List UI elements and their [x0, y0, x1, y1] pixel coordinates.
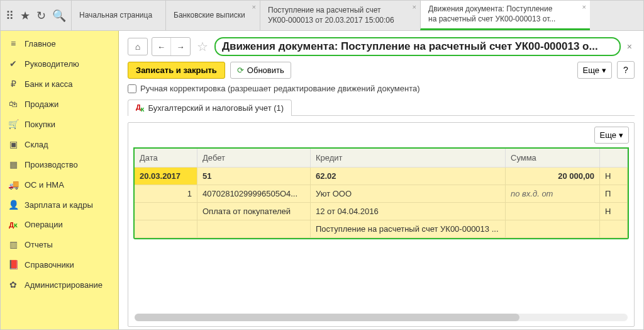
sidebar-item-manager[interactable]: ✔Руководителю: [1, 54, 118, 74]
back-button[interactable]: ←: [152, 38, 171, 55]
forward-button[interactable]: →: [171, 38, 190, 55]
sidebar-item-warehouse[interactable]: ▣Склад: [1, 134, 118, 154]
truck-icon: 🚚: [8, 179, 18, 190]
boxes-icon: ▣: [8, 139, 18, 149]
sidebar-item-label: Покупки: [25, 120, 55, 129]
ruble-icon: ₽: [8, 79, 18, 89]
chart-icon: ▥: [8, 239, 18, 249]
sidebar-item-reports[interactable]: ▥Отчеты: [1, 234, 118, 254]
tab-bank-statements[interactable]: Банковские выписки ×: [165, 1, 260, 30]
more-button[interactable]: Еще ▾: [577, 62, 612, 79]
sidebar-item-assets[interactable]: 🚚ОС и НМА: [1, 174, 118, 195]
tab-receipt[interactable]: Поступление на расчетный счет УК00-00001…: [260, 1, 420, 30]
sidebar-item-payroll[interactable]: 👤Зарплата и кадры: [1, 195, 118, 215]
subtab-label: Бухгалтерский и налоговый учет (1): [148, 103, 284, 113]
tab-label: Банковские выписки: [174, 11, 252, 21]
table-area: Еще ▾ Дата Дебет Кредит Сумма 20.03.2017: [128, 122, 635, 327]
sidebar-item-bank[interactable]: ₽Банк и касса: [1, 74, 118, 94]
sidebar-item-label: Администрирование: [25, 280, 103, 290]
sidebar-item-purchases[interactable]: 🛒Покупки: [1, 114, 118, 134]
chevron-down-icon: ▾: [619, 130, 623, 140]
cell-sum: [506, 220, 600, 238]
book-icon: 📕: [8, 259, 18, 270]
tab-strip: Начальная страница Банковские выписки × …: [71, 1, 643, 30]
save-close-button[interactable]: Записать и закрыть: [128, 62, 225, 79]
more-label: Еще: [600, 130, 616, 140]
tab-sublabel: УК00-000013 от 20.03.2017 15:00:06: [268, 16, 413, 26]
horizontal-scrollbar[interactable]: [135, 314, 628, 321]
table-more-button[interactable]: Еще ▾: [594, 127, 629, 144]
sidebar-item-sales[interactable]: 🛍Продажи: [1, 94, 118, 114]
table-row[interactable]: Оплата от покупателей 12 от 04.04.2016 Н: [135, 203, 628, 220]
sidebar-item-admin[interactable]: ✿Администрирование: [1, 275, 118, 295]
check-icon: ✔: [8, 59, 18, 69]
cell-sum: 20 000,00: [506, 168, 600, 185]
cell-credit: Уют ООО: [311, 185, 506, 203]
sidebar-item-label: ОС и НМА: [25, 180, 64, 190]
sidebar-item-label: Зарплата и кадры: [25, 200, 93, 210]
sidebar-item-label: Отчеты: [25, 240, 53, 249]
refresh-button[interactable]: ⟳ Обновить: [230, 62, 291, 79]
search-icon[interactable]: 🔍: [52, 9, 66, 23]
sidebar-item-label: Склад: [25, 140, 48, 149]
sidebar-item-label: Банк и касса: [25, 79, 73, 89]
col-header-date[interactable]: Дата: [135, 149, 197, 168]
cell-credit: 12 от 04.04.2016: [311, 203, 506, 220]
gear-icon: ✿: [8, 280, 18, 290]
grid-header: Дата Дебет Кредит Сумма: [135, 147, 628, 168]
more-label: Еще: [583, 65, 599, 75]
cell-extra: П: [600, 185, 628, 203]
cell-credit: 62.02: [311, 168, 506, 185]
col-header-credit[interactable]: Кредит: [311, 149, 506, 168]
sidebar: ≡Главное ✔Руководителю ₽Банк и касса 🛍Пр…: [1, 31, 119, 329]
page-title: Движения документа: Поступление на расче…: [214, 37, 621, 56]
cell-sum: [506, 203, 600, 220]
tab-home[interactable]: Начальная страница: [71, 1, 165, 30]
sidebar-item-operations[interactable]: ДКОперации: [1, 215, 118, 234]
cell-date: [135, 220, 197, 238]
person-icon: 👤: [8, 200, 18, 210]
col-header-debit[interactable]: Дебет: [197, 149, 311, 168]
sidebar-item-label: Руководителю: [25, 59, 79, 69]
table-row[interactable]: Поступление на расчетный счет УК00-00001…: [135, 220, 628, 238]
sidebar-item-label: Производство: [25, 160, 78, 169]
menu-icon: ≡: [8, 38, 18, 48]
refresh-icon: ⟳: [237, 65, 244, 75]
cell-extra: Н: [600, 168, 628, 185]
cell-debit: 40702810299996505О4...: [197, 185, 311, 203]
sidebar-item-directories[interactable]: 📕Справочники: [1, 254, 118, 275]
sidebar-item-production[interactable]: ▦Производство: [1, 154, 118, 174]
help-button[interactable]: ?: [617, 61, 635, 79]
dtkt-icon: ДК: [136, 103, 144, 113]
subtab-accounting[interactable]: ДК Бухгалтерский и налоговый учет (1): [128, 100, 292, 116]
star-icon[interactable]: ★: [20, 9, 30, 23]
history-icon[interactable]: ↻: [36, 9, 46, 23]
sidebar-item-main[interactable]: ≡Главное: [1, 33, 118, 54]
cell-credit: Поступление на расчетный счет УК00-00001…: [311, 220, 506, 238]
apps-icon[interactable]: ⠿: [6, 9, 14, 23]
close-icon[interactable]: ×: [413, 3, 416, 11]
refresh-label: Обновить: [247, 65, 284, 75]
dtkt-icon: ДК: [8, 221, 18, 229]
cell-debit: Оплата от покупателей: [197, 203, 311, 220]
cell-extra: [600, 220, 628, 238]
sidebar-item-label: Главное: [25, 39, 56, 48]
close-icon[interactable]: ×: [625, 42, 635, 52]
main-content: ⌂ ← → ☆ Движения документа: Поступление …: [119, 31, 643, 329]
tab-label: Начальная страница: [79, 11, 158, 21]
close-icon[interactable]: ×: [582, 3, 586, 11]
header-row: ⌂ ← → ☆ Движения документа: Поступление …: [128, 37, 635, 56]
tab-movements[interactable]: Движения документа: Поступление на расче…: [420, 1, 590, 30]
table-row[interactable]: 20.03.2017 51 62.02 20 000,00 Н: [135, 168, 628, 185]
cell-extra: Н: [600, 203, 628, 220]
manual-correction-checkbox[interactable]: [128, 84, 136, 93]
tab-label: Поступление на расчетный счет: [268, 6, 413, 16]
favorite-toggle[interactable]: ☆: [197, 39, 208, 54]
table-row[interactable]: 1 40702810299996505О4... Уют ООО по вх.д…: [135, 185, 628, 203]
scrollbar-thumb[interactable]: [135, 314, 519, 321]
home-button[interactable]: ⌂: [128, 38, 148, 55]
grid-icon: ▦: [8, 159, 18, 169]
col-header-sum[interactable]: Сумма: [506, 149, 600, 168]
cell-debit: 51: [197, 168, 311, 185]
close-icon[interactable]: ×: [252, 3, 256, 11]
